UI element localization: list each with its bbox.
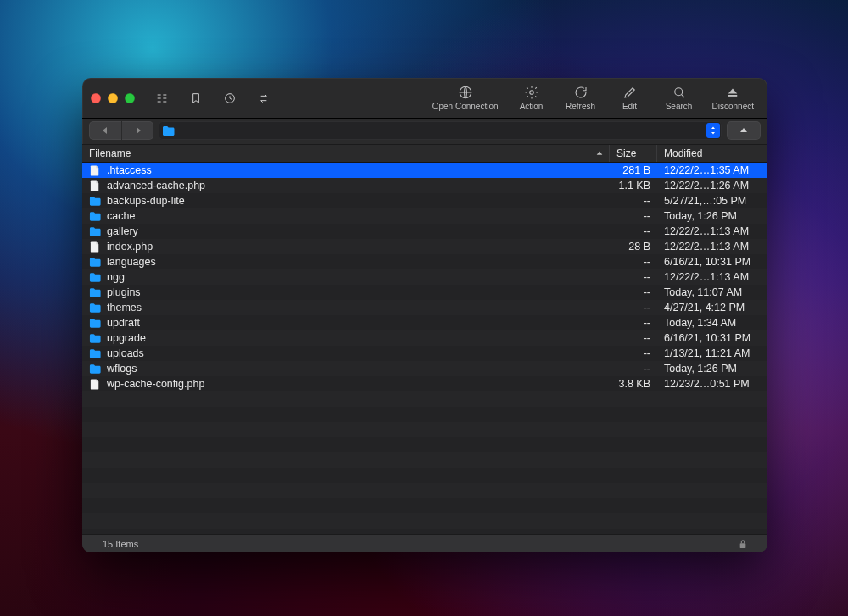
file-name: languages xyxy=(107,256,156,268)
minimize-window-button[interactable] xyxy=(108,93,118,103)
close-window-button[interactable] xyxy=(91,93,101,103)
file-name: backups-dup-lite xyxy=(107,195,185,207)
zoom-window-button[interactable] xyxy=(125,93,135,103)
search-button[interactable]: Search xyxy=(658,85,700,111)
file-row[interactable]: themes--4/27/21, 4:12 PM xyxy=(82,300,767,315)
file-modified: 6/16/21, 10:31 PM xyxy=(657,330,767,346)
empty-row xyxy=(82,513,767,529)
refresh-label: Refresh xyxy=(566,102,595,111)
empty-row xyxy=(82,407,767,422)
nav-back-forward xyxy=(89,121,153,140)
file-row-name-cell: ngg xyxy=(82,269,610,285)
folder-icon xyxy=(89,363,102,375)
file-row-name-cell: wflogs xyxy=(82,361,610,376)
transfers-button[interactable] xyxy=(250,86,277,110)
file-list[interactable]: .htaccess281 B12/22/2…1:35 AMadvanced-ca… xyxy=(82,163,767,534)
status-item-count: 15 Items xyxy=(103,539,138,549)
disconnect-button[interactable]: Disconnect xyxy=(707,85,759,111)
file-row[interactable]: plugins--Today, 11:07 AM xyxy=(82,285,767,300)
file-row[interactable]: .htaccess281 B12/22/2…1:35 AM xyxy=(82,163,767,178)
edit-button[interactable]: Edit xyxy=(609,85,651,111)
refresh-button[interactable]: Refresh xyxy=(560,85,602,111)
file-name: uploads xyxy=(107,347,144,359)
disconnect-label: Disconnect xyxy=(712,102,754,111)
path-stepper[interactable] xyxy=(706,123,720,138)
file-row[interactable]: advanced-cache.php1.1 KB12/22/2…1:26 AM xyxy=(82,178,767,193)
file-modified: 12/22/2…1:13 AM xyxy=(657,239,767,254)
file-modified: 12/23/2…0:51 PM xyxy=(657,376,767,391)
file-size: -- xyxy=(610,346,657,361)
file-row[interactable]: cache--Today, 1:26 PM xyxy=(82,208,767,224)
file-size: -- xyxy=(610,269,657,285)
history-button[interactable] xyxy=(216,86,243,110)
file-name: updraft xyxy=(107,317,140,329)
file-name: advanced-cache.php xyxy=(107,180,205,191)
column-header-filename[interactable]: Filename xyxy=(82,145,610,162)
column-header-modified[interactable]: Modified xyxy=(657,145,767,162)
file-row[interactable]: uploads--1/13/21, 11:21 AM xyxy=(82,346,767,361)
bookmarks-button[interactable] xyxy=(182,86,209,110)
file-row-name-cell: cache xyxy=(82,208,610,224)
nav-row xyxy=(82,119,767,144)
nav-forward-button[interactable] xyxy=(121,121,153,140)
file-row[interactable]: languages--6/16/21, 10:31 PM xyxy=(82,254,767,269)
triangle-up-icon xyxy=(739,125,749,136)
window-controls xyxy=(91,93,135,103)
action-label: Action xyxy=(520,102,544,111)
file-modified: Today, 1:26 PM xyxy=(657,361,767,376)
file-modified: Today, 11:07 AM xyxy=(657,285,767,300)
status-bar: 15 Items xyxy=(82,534,767,552)
column-header-size-label: Size xyxy=(616,147,636,159)
file-size: -- xyxy=(610,254,657,269)
file-row[interactable]: ngg--12/22/2…1:13 AM xyxy=(82,269,767,285)
file-row[interactable]: wflogs--Today, 1:26 PM xyxy=(82,361,767,376)
empty-row xyxy=(82,391,767,407)
empty-row xyxy=(82,498,767,513)
pencil-icon xyxy=(622,85,638,100)
folder-icon xyxy=(89,195,102,207)
file-modified: 4/27/21, 4:12 PM xyxy=(657,300,767,315)
file-row-name-cell: plugins xyxy=(82,285,610,300)
path-dropdown[interactable] xyxy=(159,121,722,140)
folder-icon xyxy=(89,302,102,314)
open-connection-button[interactable]: Open Connection xyxy=(427,85,504,111)
empty-row xyxy=(82,452,767,468)
file-row-name-cell: themes xyxy=(82,300,610,315)
folder-icon xyxy=(89,256,102,268)
file-icon xyxy=(89,180,102,191)
folder-icon xyxy=(89,271,102,283)
column-header-size[interactable]: Size xyxy=(610,145,657,162)
file-size: 281 B xyxy=(610,163,657,178)
file-size: -- xyxy=(610,315,657,330)
file-row[interactable]: index.php28 B12/22/2…1:13 AM xyxy=(82,239,767,254)
action-button[interactable]: Action xyxy=(510,85,553,111)
file-row-name-cell: uploads xyxy=(82,346,610,361)
file-row-name-cell: updraft xyxy=(82,315,610,330)
file-row[interactable]: backups-dup-lite--5/27/21,…:05 PM xyxy=(82,193,767,208)
nav-back-button[interactable] xyxy=(89,121,121,140)
folder-icon xyxy=(89,332,102,344)
file-row[interactable]: upgrade--6/16/21, 10:31 PM xyxy=(82,330,767,346)
file-size: -- xyxy=(610,361,657,376)
outline-view-button[interactable] xyxy=(148,86,176,110)
file-name: .htaccess xyxy=(107,164,152,176)
file-row[interactable]: updraft--Today, 1:34 AM xyxy=(82,315,767,330)
file-modified: 5/27/21,…:05 PM xyxy=(657,193,767,208)
file-modified: 12/22/2…1:13 AM xyxy=(657,269,767,285)
file-modified: 12/22/2…1:35 AM xyxy=(657,163,767,178)
file-size: -- xyxy=(610,224,657,239)
file-size: 3.8 KB xyxy=(610,376,657,391)
folder-icon xyxy=(162,125,176,136)
titlebar: Open Connection Action Refresh Edit Sear… xyxy=(82,78,767,119)
file-size: 28 B xyxy=(610,239,657,254)
go-up-button[interactable] xyxy=(727,121,761,140)
file-row-name-cell: index.php xyxy=(82,239,610,254)
file-row[interactable]: wp-cache-config.php3.8 KB12/23/2…0:51 PM xyxy=(82,376,767,391)
refresh-icon xyxy=(573,85,589,100)
file-modified: Today, 1:26 PM xyxy=(657,208,767,224)
file-name: ngg xyxy=(107,271,125,283)
open-connection-label: Open Connection xyxy=(432,102,499,111)
file-icon xyxy=(89,164,102,176)
file-modified: 12/22/2…1:26 AM xyxy=(657,178,767,193)
file-row[interactable]: gallery--12/22/2…1:13 AM xyxy=(82,224,767,239)
